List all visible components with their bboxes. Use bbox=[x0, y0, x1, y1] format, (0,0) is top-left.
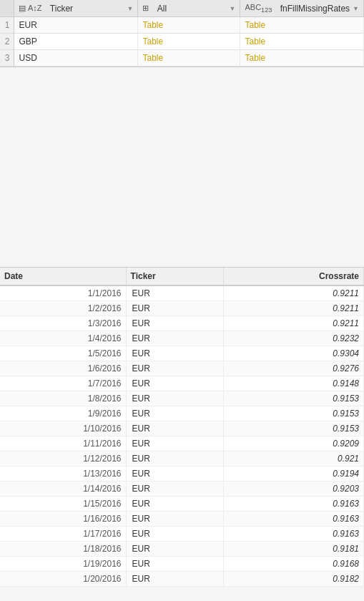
top-table-row: 1 EUR Table Table bbox=[0, 17, 364, 34]
ticker-cell: EUR bbox=[14, 17, 138, 34]
date-cell: 1/1/2016 bbox=[0, 285, 126, 301]
bottom-table-row: 1/4/2016 EUR 0.9232 bbox=[0, 331, 364, 346]
bottom-table-row: 1/1/2016 EUR 0.9211 bbox=[0, 285, 364, 301]
fnfill-cell[interactable]: Table bbox=[240, 34, 364, 50]
ticker-cell: EUR bbox=[126, 557, 224, 572]
date-cell: 1/5/2016 bbox=[0, 346, 126, 361]
bottom-table-row: 1/6/2016 EUR 0.9276 bbox=[0, 361, 364, 376]
bottom-table-row: 1/14/2016 EUR 0.9203 bbox=[0, 482, 364, 497]
row-num-cell: 3 bbox=[0, 50, 14, 67]
ticker-cell: EUR bbox=[126, 527, 224, 542]
date-cell: 1/17/2016 bbox=[0, 527, 126, 542]
all-type-icon: ⊞ bbox=[142, 4, 149, 13]
crossrate-cell: 0.9153 bbox=[224, 421, 364, 436]
ticker-cell: EUR bbox=[126, 406, 224, 421]
date-header-label: Date bbox=[4, 271, 23, 281]
crossrate-cell: 0.9209 bbox=[224, 436, 364, 451]
all-filter-icon[interactable]: ▼ bbox=[230, 5, 236, 12]
all-cell[interactable]: Table bbox=[138, 34, 240, 50]
crossrate-cell: 0.9211 bbox=[224, 301, 364, 316]
crossrate-cell: 0.9168 bbox=[224, 557, 364, 572]
bottom-table-row: 1/16/2016 EUR 0.9163 bbox=[0, 512, 364, 527]
crossrate-cell: 0.9153 bbox=[224, 406, 364, 421]
date-cell: 1/18/2016 bbox=[0, 542, 126, 557]
crossrate-cell: 0.921 bbox=[224, 451, 364, 466]
bottom-table-row: 1/11/2016 EUR 0.9209 bbox=[0, 436, 364, 451]
crossrate-cell: 0.9148 bbox=[224, 376, 364, 391]
top-section: ▤ A↕Z Ticker ▼ ⊞ All ▼ bbox=[0, 0, 364, 67]
bottom-table-row: 1/15/2016 EUR 0.9163 bbox=[0, 497, 364, 512]
row-num-header bbox=[0, 0, 14, 17]
ticker-cell: EUR bbox=[126, 391, 224, 406]
bottom-table-row: 1/20/2016 EUR 0.9182 bbox=[0, 572, 364, 587]
bottom-table-header-row: Date Ticker Crossrate bbox=[0, 268, 364, 285]
bottom-table-row: 1/12/2016 EUR 0.921 bbox=[0, 451, 364, 466]
date-cell: 1/12/2016 bbox=[0, 451, 126, 466]
bottom-ticker-header: Ticker bbox=[126, 268, 224, 285]
crossrate-cell: 0.9153 bbox=[224, 391, 364, 406]
date-cell: 1/9/2016 bbox=[0, 406, 126, 421]
all-cell[interactable]: Table bbox=[138, 50, 240, 67]
ticker-cell: EUR bbox=[126, 376, 224, 391]
bottom-table-row: 1/17/2016 EUR 0.9163 bbox=[0, 527, 364, 542]
bottom-table-row: 1/19/2016 EUR 0.9168 bbox=[0, 557, 364, 572]
ticker-header[interactable]: ▤ A↕Z Ticker ▼ bbox=[14, 0, 138, 17]
fnfill-cell[interactable]: Table bbox=[240, 17, 364, 34]
all-header[interactable]: ⊞ All ▼ bbox=[138, 0, 240, 17]
crossrate-cell: 0.9194 bbox=[224, 466, 364, 482]
ticker-cell: EUR bbox=[126, 436, 224, 451]
all-cell[interactable]: Table bbox=[138, 17, 240, 34]
top-table-header-row: ▤ A↕Z Ticker ▼ ⊞ All ▼ bbox=[0, 0, 364, 17]
ticker-cell: EUR bbox=[126, 421, 224, 436]
top-table-row: 2 GBP Table Table bbox=[0, 34, 364, 50]
bottom-table-row: 1/5/2016 EUR 0.9304 bbox=[0, 346, 364, 361]
fnfill-header-label: fnFillMissingRates bbox=[280, 4, 350, 14]
date-cell: 1/2/2016 bbox=[0, 301, 126, 316]
bottom-table-row: 1/7/2016 EUR 0.9148 bbox=[0, 376, 364, 391]
fnfill-filter-icon[interactable]: ▼ bbox=[353, 5, 359, 12]
bottom-table-row: 1/13/2016 EUR 0.9194 bbox=[0, 466, 364, 482]
crossrate-cell: 0.9181 bbox=[224, 542, 364, 557]
date-header: Date bbox=[0, 268, 126, 285]
crossrate-cell: 0.9232 bbox=[224, 331, 364, 346]
ticker-type-icon: ▤ A↕Z bbox=[19, 4, 41, 13]
crossrate-cell: 0.9163 bbox=[224, 512, 364, 527]
ticker-cell: EUR bbox=[126, 482, 224, 497]
date-cell: 1/16/2016 bbox=[0, 512, 126, 527]
bottom-table-row: 1/9/2016 EUR 0.9153 bbox=[0, 406, 364, 421]
date-cell: 1/15/2016 bbox=[0, 497, 126, 512]
bottom-table: Date Ticker Crossrate 1/1/2016 EUR 0.921… bbox=[0, 268, 364, 587]
ticker-cell: EUR bbox=[126, 301, 224, 316]
ticker-cell: EUR bbox=[126, 346, 224, 361]
date-cell: 1/11/2016 bbox=[0, 436, 126, 451]
date-cell: 1/6/2016 bbox=[0, 361, 126, 376]
date-cell: 1/10/2016 bbox=[0, 421, 126, 436]
crossrate-cell: 0.9276 bbox=[224, 361, 364, 376]
crossrate-header: Crossrate bbox=[224, 268, 364, 285]
ticker-cell: EUR bbox=[126, 497, 224, 512]
ticker-filter-icon[interactable]: ▼ bbox=[127, 5, 134, 12]
bottom-table-row: 1/3/2016 EUR 0.9211 bbox=[0, 316, 364, 331]
bottom-table-row: 1/10/2016 EUR 0.9153 bbox=[0, 421, 364, 436]
date-cell: 1/7/2016 bbox=[0, 376, 126, 391]
ticker-cell: EUR bbox=[126, 512, 224, 527]
row-num-cell: 1 bbox=[0, 17, 14, 34]
bottom-section: Date Ticker Crossrate 1/1/2016 EUR 0.921… bbox=[0, 268, 364, 587]
fnfill-header[interactable]: ABC123 fnFillMissingRates ▼ bbox=[240, 0, 364, 17]
ticker-cell: EUR bbox=[126, 572, 224, 587]
date-cell: 1/13/2016 bbox=[0, 466, 126, 482]
ticker-cell: EUR bbox=[126, 451, 224, 466]
row-num-cell: 2 bbox=[0, 34, 14, 50]
crossrate-cell: 0.9182 bbox=[224, 572, 364, 587]
ticker-cell: GBP bbox=[14, 34, 138, 50]
fnfill-cell[interactable]: Table bbox=[240, 50, 364, 67]
ticker-cell: EUR bbox=[126, 331, 224, 346]
top-table: ▤ A↕Z Ticker ▼ ⊞ All ▼ bbox=[0, 0, 364, 67]
date-cell: 1/3/2016 bbox=[0, 316, 126, 331]
top-table-row: 3 USD Table Table bbox=[0, 50, 364, 67]
crossrate-cell: 0.9163 bbox=[224, 527, 364, 542]
bottom-table-row: 1/8/2016 EUR 0.9153 bbox=[0, 391, 364, 406]
date-cell: 1/19/2016 bbox=[0, 557, 126, 572]
crossrate-cell: 0.9304 bbox=[224, 346, 364, 361]
bottom-table-body: 1/1/2016 EUR 0.9211 1/2/2016 EUR 0.9211 … bbox=[0, 285, 364, 587]
